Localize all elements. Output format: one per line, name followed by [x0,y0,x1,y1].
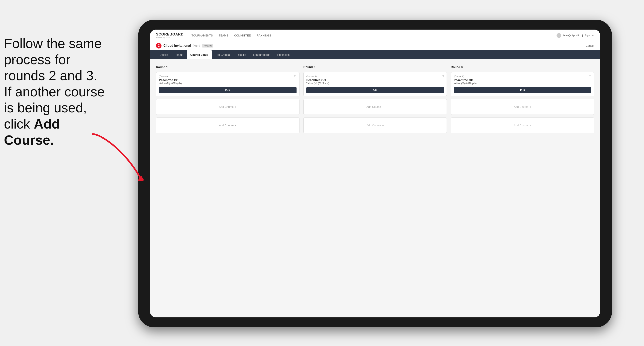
main-content: Round 1 □ (Course A) Peachtree GC Yellow… [150,59,600,317]
round-2-course-details: Yellow (M) (6629 yds) [306,82,444,85]
tab-details[interactable]: Details [156,50,172,59]
tab-bar: Details Teams Course Setup Tee Groups Re… [150,50,600,59]
round-1-course-tag: (Course A) [159,75,296,77]
annotation-line6-prefix: click [4,116,34,131]
tournament-sub: (Men) [193,44,200,47]
nav-rankings[interactable]: RANKINGS [257,34,271,37]
round-1-course-details: Yellow (M) (6629 yds) [159,82,296,85]
round-2-add-course-text-2: Add Course + [366,124,384,127]
nav-links: TOURNAMENTS TEAMS COMMITTEE RANKINGS [192,34,271,37]
tab-printables[interactable]: Printables [274,50,293,59]
logo-subtitle: Powered by clippd [156,36,184,38]
round-3-delete-icon[interactable]: □ [588,74,592,78]
user-email: blair@clippd.io [563,34,580,37]
round-2-course-name: Peachtree GC [306,78,444,82]
tab-tee-groups[interactable]: Tee Groups [212,50,233,59]
round-2-add-course-2: Add Course + [304,118,447,133]
round-1-add-course-2[interactable]: Add Course + [156,118,300,133]
tablet-device: SCOREBOARD Powered by clippd TOURNAMENTS… [138,20,612,327]
nav-left: SCOREBOARD Powered by clippd TOURNAMENTS… [156,32,271,38]
round-3-add-course-1[interactable]: Add Course + [451,99,594,115]
round-1-course-name: Peachtree GC [159,78,296,82]
round-2-course-tag: (Course A) [306,75,444,77]
round-1-delete-icon[interactable]: □ [293,74,297,78]
round-3-column: Round 3 □ (Course A) Peachtree GC Yellow… [451,65,594,133]
tab-course-setup[interactable]: Course Setup [187,50,212,59]
round-2-column: Round 2 □ (Course A) Peachtree GC Yellow… [304,65,447,133]
sign-out-separator: | [582,34,583,37]
tab-leaderboards[interactable]: Leaderboards [250,50,274,59]
round-1-course-card: □ (Course A) Peachtree GC Yellow (M) (66… [156,72,300,96]
round-3-label: Round 3 [451,65,594,69]
annotation-line4: If another course [4,84,105,99]
round-1-add-course-text-1: Add Course + [219,105,236,108]
annotation-line2: process for [4,52,70,67]
round-2-course-card: □ (Course A) Peachtree GC Yellow (M) (66… [304,72,447,96]
hosting-badge: Hosting [202,44,213,47]
round-1-plus-icon-2: + [235,124,236,127]
nav-right: blair@clippd.io | Sign out [556,33,594,38]
round-2-add-course-text-1: Add Course + [366,105,384,108]
round-1-label: Round 1 [156,65,300,69]
round-3-add-course-text-2: Add Course + [514,124,531,127]
nav-committee[interactable]: COMMITTEE [234,34,251,37]
clippd-icon: C [156,43,162,48]
cancel-button[interactable]: Cancel [586,44,594,47]
tab-teams[interactable]: Teams [172,50,187,59]
round-3-add-course-text-1: Add Course + [514,105,531,108]
round-1-add-course-text-2: Add Course + [219,124,236,127]
tournament-name: Clippd Invitational [164,44,191,47]
round-3-course-details: Yellow (M) (6629 yds) [454,82,591,85]
round-2-add-course-1[interactable]: Add Course + [304,99,447,115]
round-2-label: Round 2 [304,65,447,69]
round-3-plus-icon-2: + [530,124,531,127]
round-3-course-card: □ (Course A) Peachtree GC Yellow (M) (66… [451,72,594,96]
scoreboard-logo: SCOREBOARD Powered by clippd [156,32,184,38]
round-1-edit-button[interactable]: Edit [159,87,296,93]
nav-teams[interactable]: TEAMS [219,34,228,37]
round-2-delete-icon[interactable]: □ [441,74,444,78]
user-avatar [556,33,561,38]
round-1-column: Round 1 □ (Course A) Peachtree GC Yellow… [156,65,300,133]
round-1-plus-icon-1: + [235,105,236,108]
annotation-line5: is being used, [4,100,87,115]
rounds-grid: Round 1 □ (Course A) Peachtree GC Yellow… [156,65,594,133]
round-3-course-name: Peachtree GC [454,78,591,82]
sub-header: C Clippd Invitational (Men) Hosting Canc… [150,41,600,50]
top-nav: SCOREBOARD Powered by clippd TOURNAMENTS… [150,29,600,41]
round-3-add-course-2: Add Course + [451,118,594,133]
annotation-line1: Follow the same [4,36,102,51]
annotation-block: Follow the same process for rounds 2 and… [4,35,106,148]
logo-title: SCOREBOARD [156,32,184,36]
tablet-screen: SCOREBOARD Powered by clippd TOURNAMENTS… [150,29,600,317]
round-1-add-course-1[interactable]: Add Course + [156,99,300,115]
round-3-plus-icon-1: + [530,105,531,108]
sign-out-link[interactable]: Sign out [585,34,594,37]
annotation-line3: rounds 2 and 3. [4,68,97,83]
tournament-info: C Clippd Invitational (Men) Hosting [156,43,213,48]
round-2-plus-icon-1: + [382,105,384,108]
tab-results[interactable]: Results [233,50,250,59]
round-2-plus-icon-2: + [382,124,384,127]
nav-tournaments[interactable]: TOURNAMENTS [192,34,213,37]
round-3-edit-button[interactable]: Edit [454,87,591,93]
round-3-course-tag: (Course A) [454,75,591,77]
round-2-edit-button[interactable]: Edit [306,87,444,93]
